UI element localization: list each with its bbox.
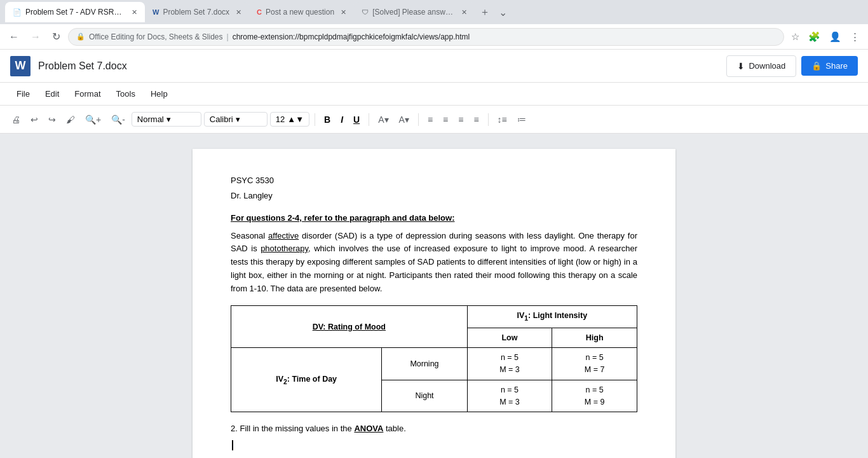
font-color-button[interactable]: A▾ (374, 112, 392, 127)
iv1-sub: 1 (524, 315, 528, 322)
data-table: DV: Rating of Mood IV1: Light Intensity … (231, 305, 637, 412)
zoom-in-button[interactable]: 🔍+ (81, 112, 105, 127)
morning-high-n: n = 5 (559, 352, 630, 364)
size-dropdown-arrows: ▲▼ (287, 114, 304, 124)
doc-title: Problem Set 7.docx (38, 60, 719, 72)
menu-item-edit[interactable]: Edit (39, 87, 65, 101)
iv1-header: IV1: Light Intensity (467, 306, 637, 328)
document-page: PSYC 3530 Dr. Langley For questions 2-4,… (193, 149, 675, 458)
menu-item-file[interactable]: File (10, 87, 36, 101)
list-button[interactable]: ≔ (513, 112, 530, 127)
address-bar[interactable]: 🔒 Office Editing for Docs, Sheets & Slid… (68, 28, 784, 46)
toolbar-separator-3 (418, 113, 419, 126)
bold-button[interactable]: B (320, 113, 334, 127)
back-button[interactable]: ← (5, 29, 23, 45)
line-spacing-button[interactable]: ↕≡ (494, 112, 511, 127)
font-value: Calibri (210, 114, 233, 124)
tab3-label: Post a new question (266, 8, 334, 17)
download-button[interactable]: ⬇ Download (726, 55, 796, 77)
morning-low-m: M = 3 (474, 364, 546, 376)
reload-button[interactable]: ↻ (48, 28, 64, 45)
highlight-button[interactable]: A▾ (395, 112, 413, 127)
forward-button[interactable]: → (27, 29, 44, 45)
tab4-label: [Solved] Please answer the follo... (372, 8, 455, 17)
toolbar-separator-2 (369, 113, 369, 126)
night-high: n = 5 M = 9 (552, 380, 637, 412)
tab4-close[interactable]: ✕ (461, 8, 467, 17)
tab-3[interactable]: C Post a new question ✕ (249, 2, 354, 22)
tab1-favicon: 📄 (13, 8, 22, 17)
new-tab-button[interactable]: ＋ (475, 3, 495, 22)
word-phototherapy: phototherapy (261, 244, 308, 253)
menu-item-help[interactable]: Help (144, 87, 174, 101)
tab1-close[interactable]: ✕ (132, 8, 137, 17)
night-low-n: n = 5 (474, 384, 546, 396)
extensions-button[interactable]: 🧩 (805, 29, 824, 45)
toolbar: 🖨 ↩ ↪ 🖌 🔍+ 🔍- Normal ▾ Calibri ▾ 12 ▲▼ B… (0, 106, 868, 134)
paragraph: Seasonal affective disorder (SAD) is a t… (231, 230, 637, 296)
iv2-label-cell: IV2: Time of Day (231, 348, 382, 412)
undo-button[interactable]: ↩ (27, 112, 42, 127)
print-button[interactable]: 🖨 (8, 112, 24, 127)
tab1-label: Problem Set 7 - ADV RSRCH DES... (25, 8, 125, 17)
nav-right-buttons: ☆ 🧩 👤 ⋮ (788, 29, 863, 45)
toolbar-separator-1 (315, 113, 315, 126)
night-high-n: n = 5 (559, 384, 630, 396)
morning-low-n: n = 5 (474, 352, 546, 364)
nav-bar: ← → ↻ 🔒 Office Editing for Docs, Sheets … (0, 24, 868, 50)
cursor-indicator (232, 440, 637, 454)
menu-bar: File Edit Format Tools Help (0, 83, 868, 106)
question-header: For questions 2-4, refer to the paragrap… (231, 212, 637, 225)
style-dropdown[interactable]: Normal ▾ (132, 112, 201, 127)
menu-item-tools[interactable]: Tools (110, 87, 142, 101)
browser-chrome: 📄 Problem Set 7 - ADV RSRCH DES... ✕ W P… (0, 0, 868, 24)
document-area: PSYC 3530 Dr. Langley For questions 2-4,… (0, 134, 868, 458)
dv-header-cell: DV: Rating of Mood (231, 306, 468, 348)
paint-format-button[interactable]: 🖌 (62, 112, 79, 127)
font-dropdown[interactable]: Calibri ▾ (204, 112, 268, 127)
tab-1[interactable]: 📄 Problem Set 7 - ADV RSRCH DES... ✕ (5, 2, 145, 22)
bookmark-button[interactable]: ☆ (788, 29, 803, 45)
col-low: Low (467, 328, 552, 348)
size-dropdown[interactable]: 12 ▲▼ (270, 112, 309, 127)
size-value: 12 (276, 114, 285, 124)
question2-text: 2. Fill in the missing values in the ANO… (231, 422, 637, 435)
font-dropdown-arrow: ▾ (236, 114, 240, 124)
toolbar-separator-4 (488, 113, 489, 126)
style-dropdown-arrow: ▾ (166, 114, 171, 124)
redo-button[interactable]: ↪ (44, 112, 60, 127)
tab-overflow-button[interactable]: ⌄ (495, 4, 511, 21)
night-label: Night (382, 380, 467, 412)
italic-button[interactable]: I (337, 113, 347, 127)
profile-button[interactable]: 👤 (826, 29, 844, 45)
morning-high: n = 5 M = 7 (552, 348, 637, 380)
tab-4[interactable]: 🛡 [Solved] Please answer the follo... ✕ (354, 2, 475, 22)
cursor (232, 440, 233, 450)
address-separator: | (227, 32, 229, 41)
tab2-close[interactable]: ✕ (236, 8, 241, 17)
tab2-favicon: W (153, 8, 159, 16)
app-header: W Problem Set 7.docx ⬇ Download 🔒 Share (0, 50, 868, 83)
menu-button[interactable]: ⋮ (847, 29, 863, 45)
align-left-button[interactable]: ≡ (424, 112, 437, 127)
underline-button[interactable]: U (349, 113, 363, 127)
instructor-line: Dr. Langley (231, 190, 637, 202)
tab-2[interactable]: W Problem Set 7.docx ✕ (145, 2, 249, 22)
justify-button[interactable]: ≡ (470, 112, 482, 127)
night-low-m: M = 3 (474, 396, 546, 408)
course-line: PSYC 3530 (231, 174, 637, 187)
tab3-close[interactable]: ✕ (341, 8, 346, 17)
tab3-favicon: C (257, 8, 262, 16)
word-icon: W (10, 56, 31, 76)
address-url: chrome-extension://bpmcpldpdmajfigpchkic… (233, 32, 470, 41)
morning-label: Morning (382, 348, 467, 380)
zoom-out-button[interactable]: 🔍- (107, 112, 129, 127)
col-high: High (552, 328, 637, 348)
share-button[interactable]: 🔒 Share (801, 56, 858, 76)
tab2-label: Problem Set 7.docx (163, 8, 229, 17)
download-label: Download (749, 61, 785, 71)
align-right-button[interactable]: ≡ (454, 112, 467, 127)
align-center-button[interactable]: ≡ (439, 112, 452, 127)
address-site-icon: 🔒 (76, 32, 85, 41)
menu-item-format[interactable]: Format (68, 87, 107, 101)
